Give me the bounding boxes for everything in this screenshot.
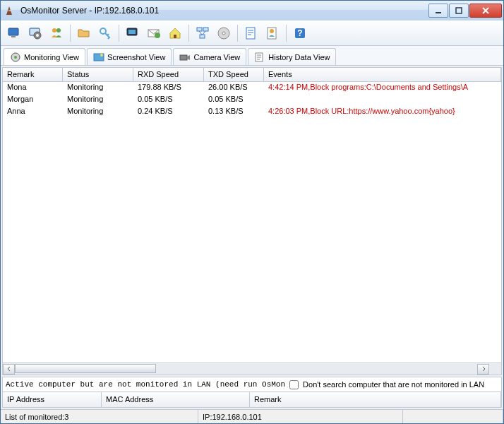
status-ip: IP:192.168.0.101 [198,410,403,423]
svg-rect-3 [11,36,16,37]
scroll-right-button[interactable] [477,364,489,375]
minimize-button[interactable] [428,4,448,18]
window-controls [428,4,502,18]
svg-rect-29 [180,55,187,60]
cell-status: Monitoring [63,106,133,118]
tab-monitoring-view[interactable]: Monitoring View [4,48,85,65]
svg-rect-14 [174,35,176,38]
svg-rect-17 [200,35,205,38]
svg-rect-0 [436,12,441,13]
svg-rect-11 [128,30,136,34]
svg-rect-15 [197,28,202,31]
scroll-left-button[interactable] [3,364,15,375]
table-row[interactable]: Mona Monitoring 179.88 KB/S 26.00 KB/S 4… [3,82,501,94]
subcol-mac[interactable]: MAC Address [102,392,250,407]
monitor-icon[interactable] [5,24,23,42]
scroll-corner [489,364,501,375]
tab-screenshot-view[interactable]: Screenshot View [87,48,172,65]
status-bar: List of monitored:3 IP:192.168.0.101 [1,409,503,423]
subgrid-header: IP Address MAC Address Remark [2,392,502,408]
cell-event [264,94,501,106]
cell-txd: 0.05 KB/S [204,94,264,106]
cell-status: Monitoring [63,82,133,94]
table-row[interactable]: Anna Monitoring 0.24 KB/S 0.13 KB/S 4:26… [3,106,501,118]
maximize-button[interactable] [449,4,469,18]
window-title: OsMonitor Server - IP:192.168.0.101 [20,6,428,16]
svg-point-8 [56,28,61,33]
help-icon[interactable]: ? [291,24,309,42]
table-row[interactable]: Morgan Monitoring 0.05 KB/S 0.05 KB/S [3,94,501,106]
screenshot-small-icon [93,52,104,63]
col-txd[interactable]: TXD Speed [204,68,264,81]
dont-search-label[interactable]: Don't search computer that are not monit… [303,380,484,389]
cell-remark: Mona [3,82,63,94]
app-icon [5,5,16,16]
svg-point-6 [36,34,39,37]
cell-event: 4:42:14 PM,Block programs:C:\Documents a… [264,82,501,94]
tab-history-view[interactable]: History Data View [248,48,336,65]
svg-rect-20 [246,28,255,39]
grid-header: Remark Status RXD Speed TXD Speed Events [3,68,501,82]
app-window: OsMonitor Server - IP:192.168.0.101 ? Mo… [0,0,504,424]
option-active-label: Active computer but are not monitored in… [6,380,285,389]
view-tabs: Monitoring View Screenshot View Camera V… [1,46,503,66]
users-icon[interactable] [47,24,66,42]
cell-remark: Morgan [3,94,63,106]
mail-icon[interactable] [145,24,163,42]
user-icon[interactable] [263,24,282,42]
toolbar-separator [188,25,189,42]
svg-point-9 [100,28,106,34]
cell-remark: Anna [3,106,63,118]
grid-body[interactable]: Mona Monitoring 179.88 KB/S 26.00 KB/S 4… [3,82,501,363]
toolbar-separator [237,25,238,42]
toolbar-separator [70,25,71,42]
subcol-remark[interactable]: Remark [250,392,501,407]
col-rxd[interactable]: RXD Speed [133,68,204,81]
col-events[interactable]: Events [264,68,501,81]
cell-status: Monitoring [63,94,133,106]
col-status[interactable]: Status [63,68,133,81]
disc-icon[interactable] [215,24,233,42]
cell-txd: 26.00 KB/S [204,82,264,94]
svg-point-22 [270,29,274,33]
cell-event: 4:26:03 PM,Block URL:https://www.yahoo.c… [264,106,501,118]
dont-search-checkbox[interactable] [289,380,299,389]
horizontal-scrollbar[interactable] [3,363,501,375]
cell-rxd: 0.24 KB/S [133,106,204,118]
key-icon[interactable] [96,24,114,42]
toolbar-separator [119,25,119,42]
svg-point-7 [52,28,56,33]
subcol-ip[interactable]: IP Address [3,392,102,407]
tab-camera-view[interactable]: Camera View [173,48,246,65]
history-small-icon [254,52,265,63]
main-grid: Remark Status RXD Speed TXD Speed Events… [2,67,502,375]
options-row: Active computer but are not monitored in… [2,377,502,392]
titlebar[interactable]: OsMonitor Server - IP:192.168.0.101 [1,1,503,20]
settings-icon[interactable] [26,24,44,42]
svg-rect-1 [456,8,462,13]
monitor-small-icon [10,52,21,63]
svg-point-26 [14,56,17,59]
network-icon[interactable] [193,24,212,42]
cell-rxd: 179.88 KB/S [133,82,204,94]
home-icon[interactable] [166,24,184,42]
cell-rxd: 0.05 KB/S [133,94,204,106]
svg-rect-2 [8,28,18,35]
scroll-track[interactable] [15,364,477,375]
close-button[interactable] [469,4,502,18]
report-icon[interactable] [242,24,260,42]
tab-label: Monitoring View [24,53,79,61]
status-empty [403,410,503,423]
svg-point-13 [155,33,160,38]
col-remark[interactable]: Remark [3,68,63,81]
scroll-thumb[interactable] [15,364,156,373]
bottom-panel: Active computer but are not monitored in… [2,377,502,408]
folder-icon[interactable] [75,24,93,42]
camera-small-icon [179,52,191,63]
svg-point-19 [222,32,225,35]
svg-text:?: ? [297,28,302,38]
cell-txd: 0.13 KB/S [204,106,264,118]
svg-rect-16 [203,28,208,31]
toolbar: ? [1,20,503,46]
screen-icon[interactable] [124,24,142,42]
